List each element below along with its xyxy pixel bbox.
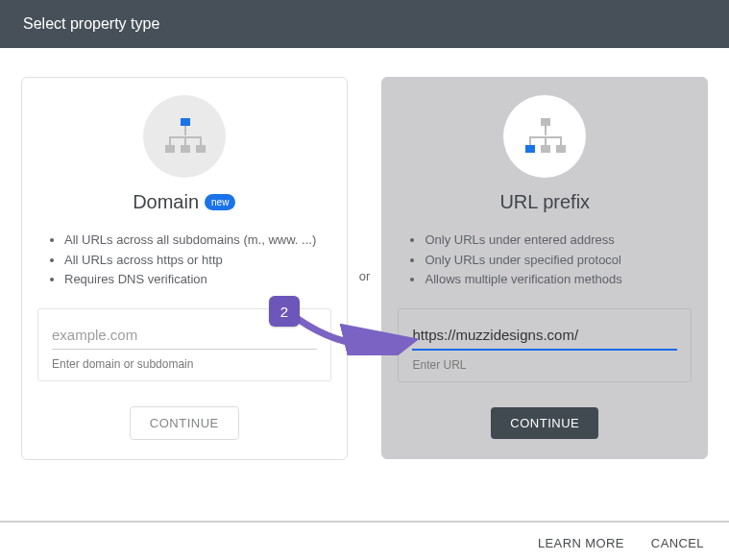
list-item: Requires DNS verification bbox=[64, 271, 331, 288]
dialog-title: Select property type bbox=[23, 15, 159, 33]
url-input-container: Enter URL bbox=[398, 308, 692, 382]
list-item: Only URLs under entered address bbox=[425, 231, 692, 249]
dialog-header: Select property type bbox=[0, 0, 729, 48]
url-continue-button[interactable]: CONTINUE bbox=[491, 407, 598, 439]
list-item: All URLs across all subdomains (m., www.… bbox=[64, 231, 331, 249]
domain-hierarchy-icon bbox=[143, 95, 226, 178]
domain-card[interactable]: Domain new All URLs across all subdomain… bbox=[21, 77, 348, 460]
list-item: All URLs across https or http bbox=[64, 252, 331, 269]
urlprefix-feature-list: Only URLs under entered address Only URL… bbox=[390, 229, 699, 291]
urlprefix-hierarchy-icon bbox=[503, 95, 586, 178]
svg-rect-7 bbox=[556, 145, 566, 153]
step-annotation-badge: 2 bbox=[269, 296, 300, 327]
svg-rect-3 bbox=[196, 145, 206, 153]
or-separator: or bbox=[348, 77, 382, 283]
svg-rect-5 bbox=[525, 145, 535, 153]
dialog-content: Domain new All URLs across all subdomain… bbox=[0, 48, 729, 479]
svg-rect-6 bbox=[541, 145, 550, 153]
url-input[interactable] bbox=[412, 323, 677, 351]
url-prefix-card-title: URL prefix bbox=[499, 191, 590, 213]
domain-input-helper: Enter domain or subdomain bbox=[52, 357, 317, 371]
cancel-button[interactable]: CANCEL bbox=[651, 536, 704, 550]
url-input-helper: Enter URL bbox=[412, 358, 677, 372]
learn-more-link[interactable]: LEARN MORE bbox=[538, 536, 624, 550]
url-prefix-card[interactable]: URL prefix Only URLs under entered addre… bbox=[381, 77, 708, 459]
domain-card-title: Domain bbox=[133, 191, 199, 213]
svg-rect-0 bbox=[181, 118, 190, 126]
domain-feature-list: All URLs across all subdomains (m., www.… bbox=[30, 229, 339, 291]
svg-rect-4 bbox=[541, 118, 550, 126]
list-item: Only URLs under specified protocol bbox=[425, 252, 692, 269]
arrow-annotation-icon bbox=[293, 307, 418, 355]
svg-rect-1 bbox=[165, 145, 175, 153]
svg-rect-2 bbox=[181, 145, 190, 153]
domain-continue-button[interactable]: CONTINUE bbox=[130, 406, 239, 440]
list-item: Allows multiple verification methods bbox=[425, 271, 692, 288]
dialog-footer: LEARN MORE CANCEL bbox=[0, 521, 729, 560]
new-badge: new bbox=[205, 194, 235, 210]
